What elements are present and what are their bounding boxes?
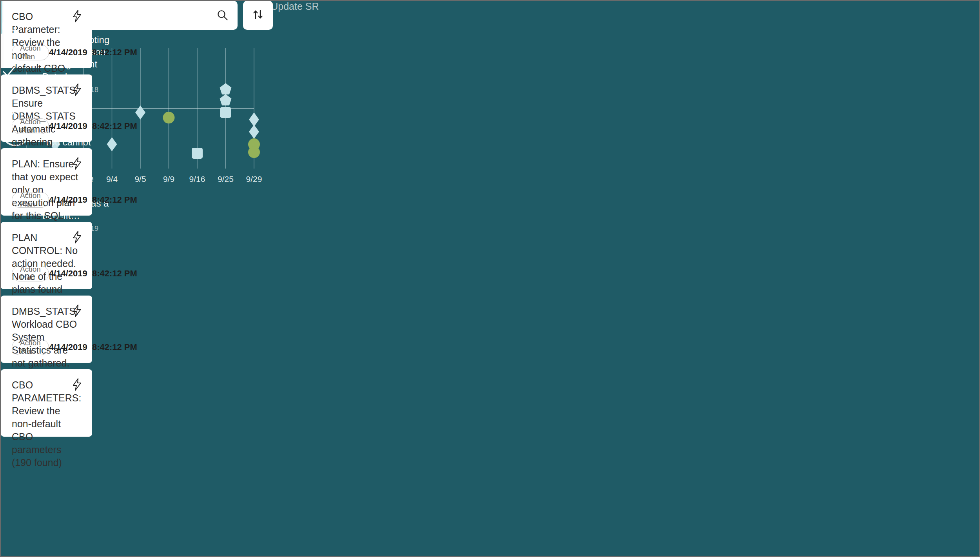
lightning-icon[interactable] bbox=[71, 378, 83, 393]
lightning-icon[interactable] bbox=[71, 230, 83, 245]
fact-card[interactable]: DMBS_STATS: Workload CBO System Statisti… bbox=[1, 296, 92, 363]
chart-marker-customer bbox=[220, 83, 232, 94]
fact-card-footer: Action Plan4/14/2019 8:42:12 PM bbox=[12, 192, 81, 208]
fact-timestamp: 4/14/2019 8:42:12 PM bbox=[49, 195, 137, 205]
fact-tag-badge: Action Plan bbox=[12, 192, 49, 208]
sort-icon bbox=[251, 8, 265, 23]
fact-card[interactable]: PLAN: Ensure that you expect only on exe… bbox=[1, 148, 92, 216]
tab-update-sr[interactable]: Update SR bbox=[271, 1, 319, 12]
lightning-icon[interactable] bbox=[71, 304, 83, 319]
fact-timestamp: 4/14/2019 8:42:12 PM bbox=[49, 121, 137, 131]
fact-card[interactable]: PLAN CONTROL: No action needed. None of … bbox=[1, 222, 92, 289]
lightning-icon[interactable] bbox=[71, 157, 83, 172]
fact-tag-badge: Action Plan bbox=[12, 266, 49, 281]
fact-timestamp: 4/14/2019 8:42:12 PM bbox=[49, 47, 137, 58]
fact-card-footer: Action Plan4/14/2019 8:42:12 PM bbox=[12, 45, 81, 60]
chart-marker-agent bbox=[249, 112, 259, 127]
chart-marker-system bbox=[220, 107, 231, 118]
chart-marker-system bbox=[192, 148, 203, 159]
fact-card-footer: Action Plan4/14/2019 8:42:12 PM bbox=[12, 266, 81, 281]
chart-marker-verification bbox=[248, 146, 260, 158]
comment-icon[interactable] bbox=[1, 19, 17, 37]
check-icon[interactable] bbox=[1, 63, 17, 81]
x-axis-label: 9/9 bbox=[163, 174, 174, 183]
chart-marker-agent bbox=[135, 105, 145, 120]
chart-marker-verification bbox=[163, 112, 175, 123]
x-axis-label: 9/29 bbox=[246, 174, 262, 183]
sort-button[interactable] bbox=[243, 1, 273, 30]
fact-card[interactable]: CBO PARAMETERS: Review the non-default C… bbox=[1, 369, 92, 437]
fact-timestamp: 4/14/2019 8:42:12 PM bbox=[49, 342, 137, 352]
fact-card-footer: Action Plan4/14/2019 8:42:12 PM bbox=[12, 339, 81, 355]
x-axis-label: 9/16 bbox=[189, 174, 205, 183]
app-window: SR 3-20694613011 WorkbenchFactsFile Uplo… bbox=[0, 0, 980, 557]
chart-marker-customer bbox=[220, 94, 232, 105]
lightning-icon[interactable] bbox=[71, 9, 83, 24]
lightning-icon[interactable] bbox=[71, 83, 83, 98]
fact-card-footer: Action Plan4/14/2019 8:42:12 PM bbox=[12, 118, 81, 134]
search-icon bbox=[216, 9, 229, 23]
fact-tag-badge: Action Plan bbox=[12, 45, 49, 60]
fact-tag-badge: Action Plan bbox=[12, 339, 49, 355]
x-axis-label: 9/5 bbox=[134, 174, 146, 183]
pencil-icon[interactable] bbox=[1, 107, 18, 127]
chart-marker-agent bbox=[249, 125, 259, 139]
x-axis-label: 9/25 bbox=[218, 174, 234, 183]
fact-timestamp: 4/14/2019 8:42:12 PM bbox=[49, 269, 137, 279]
